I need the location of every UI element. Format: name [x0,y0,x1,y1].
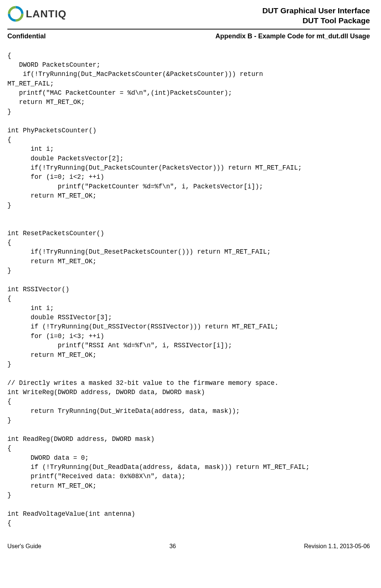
header-title-line2: DUT Tool Package [262,15,370,25]
footer-page-number: 36 [169,543,176,550]
sub-header: Confidential Appendix B - Example Code f… [7,32,370,40]
footer-left: User's Guide [7,543,41,550]
confidential-label: Confidential [7,32,46,40]
page-header: LANTIQ DUT Graphical User Interface DUT … [7,6,370,26]
footer-revision: Revision 1.1, 2013-05-06 [304,543,370,550]
logo: LANTIQ [7,6,66,22]
logo-text: LANTIQ [26,8,66,20]
header-title: DUT Graphical User Interface DUT Tool Pa… [262,6,370,26]
page-footer: User's Guide 36 Revision 1.1, 2013-05-06 [7,543,370,550]
appendix-title: Appendix B - Example Code for mt_dut.dll… [215,32,370,40]
header-divider [7,29,370,29]
logo-icon [7,6,24,22]
document-page: LANTIQ DUT Graphical User Interface DUT … [0,0,381,557]
code-content: { DWORD PacketsCounter; if(!TryRunning(D… [7,51,370,528]
header-title-line1: DUT Graphical User Interface [262,6,370,15]
